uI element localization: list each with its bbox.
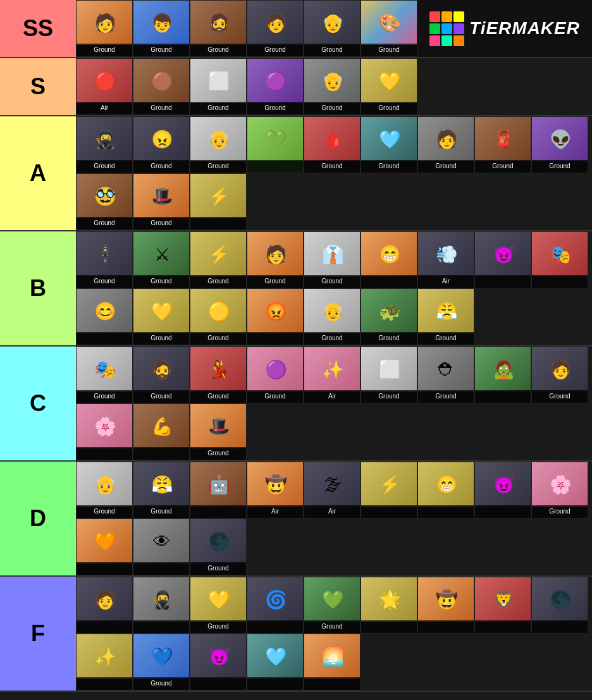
char-label bbox=[133, 447, 189, 460]
char-b-10[interactable]: 😊 bbox=[76, 288, 133, 345]
char-d-5[interactable]: 🌫 Air bbox=[304, 462, 361, 519]
char-a-8[interactable]: 🧣 Ground bbox=[474, 116, 531, 173]
char-d-7[interactable]: 😁 bbox=[417, 462, 474, 519]
char-b-8[interactable]: 😈 bbox=[474, 231, 531, 288]
char-avatar: 🧣 bbox=[475, 117, 531, 161]
char-a-10[interactable]: 🥸 Ground bbox=[76, 173, 133, 230]
char-b-5[interactable]: 👔 Ground bbox=[304, 231, 361, 288]
char-f-11[interactable]: 💙 Ground bbox=[133, 634, 190, 691]
char-avatar: 🎩 bbox=[190, 404, 247, 448]
char-label: Ground bbox=[77, 505, 132, 518]
char-b-6[interactable]: 😁 bbox=[361, 231, 417, 288]
char-s-2[interactable]: 🟤 Ground bbox=[133, 58, 190, 115]
char-d-12[interactable]: 🌑 Ground bbox=[190, 519, 247, 575]
char-a-1[interactable]: 🥷 Ground bbox=[76, 116, 133, 173]
char-avatar: 👴 bbox=[190, 117, 247, 161]
char-f-2[interactable]: 🥷 bbox=[133, 577, 190, 634]
char-a-3[interactable]: 👴 Ground bbox=[190, 116, 247, 173]
char-a-11[interactable]: 🎩 Ground bbox=[133, 173, 190, 230]
char-b-15[interactable]: 🐢 Ground bbox=[361, 288, 417, 345]
char-ss-4[interactable]: 🧑 Ground bbox=[247, 0, 304, 57]
char-f-8[interactable]: 🦁 bbox=[474, 577, 531, 634]
char-d-4[interactable]: 🤠 Air bbox=[247, 462, 304, 519]
char-c-1[interactable]: 🎭 Ground bbox=[76, 347, 133, 403]
char-s-1[interactable]: 🔴 Air bbox=[76, 58, 133, 115]
char-b-13[interactable]: 😡 bbox=[247, 288, 304, 345]
char-avatar: 🎭 bbox=[532, 232, 588, 276]
char-avatar: 💪 bbox=[133, 404, 190, 448]
char-d-9[interactable]: 🌸 Ground bbox=[531, 462, 588, 519]
char-f-10[interactable]: ✨ bbox=[76, 634, 133, 691]
tier-row-c: C 🎭 Ground 🧔 Ground 💃 Ground 🟣 Ground ✨ … bbox=[0, 347, 592, 462]
tier-content-f: 🧑 🥷 💛 Ground 🌀 💚 Ground 🌟 bbox=[76, 577, 592, 691]
char-avatar: 🧔 bbox=[190, 1, 247, 45]
char-f-1[interactable]: 🧑 bbox=[76, 577, 133, 634]
char-c-3[interactable]: 💃 Ground bbox=[190, 347, 247, 403]
char-label: Ground bbox=[304, 332, 360, 345]
char-c-5[interactable]: ✨ Air bbox=[304, 347, 361, 403]
char-b-14[interactable]: 👴 Ground bbox=[304, 288, 361, 345]
char-avatar: 😁 bbox=[361, 232, 417, 276]
char-c-6[interactable]: ⬜ Ground bbox=[361, 347, 417, 403]
char-label: Ground bbox=[133, 677, 189, 690]
char-ss-6[interactable]: 🎨 Ground bbox=[361, 0, 417, 57]
char-f-3[interactable]: 💛 Ground bbox=[190, 577, 247, 634]
char-d-1[interactable]: 👴 Ground bbox=[76, 462, 133, 519]
char-ss-2[interactable]: 👦 Ground bbox=[133, 0, 190, 57]
char-label: Ground bbox=[190, 102, 246, 114]
char-a-12[interactable]: ⚡ bbox=[190, 173, 247, 230]
char-f-13[interactable]: 🩵 bbox=[247, 634, 304, 691]
char-avatar: 🌫 bbox=[304, 462, 361, 507]
char-f-9[interactable]: 🌑 bbox=[531, 577, 588, 634]
char-s-4[interactable]: 🟣 Ground bbox=[247, 58, 304, 115]
tier-label-a: A bbox=[0, 116, 76, 230]
char-b-7[interactable]: 💨 Air bbox=[417, 231, 474, 288]
char-b-3[interactable]: ⚡ Ground bbox=[190, 231, 247, 288]
char-s-3[interactable]: ⬜ Ground bbox=[190, 58, 247, 115]
char-d-2[interactable]: 😤 Ground bbox=[133, 462, 190, 519]
char-ss-5[interactable]: 👴 Ground bbox=[304, 0, 361, 57]
char-b-2[interactable]: ⚔ Ground bbox=[133, 231, 190, 288]
char-b-4[interactable]: 🧑 Ground bbox=[247, 231, 304, 288]
char-f-12[interactable]: 😈 bbox=[190, 634, 247, 691]
char-d-10[interactable]: 🧡 bbox=[76, 519, 133, 575]
char-f-4[interactable]: 🌀 bbox=[247, 577, 304, 634]
char-b-12[interactable]: 🟡 Ground bbox=[190, 288, 247, 345]
char-b-9[interactable]: 🎭 bbox=[531, 231, 588, 288]
char-c-12[interactable]: 🎩 Ground bbox=[190, 403, 247, 460]
char-a-5[interactable]: 🩸 Ground bbox=[304, 116, 361, 173]
char-a-2[interactable]: 😠 Ground bbox=[133, 116, 190, 173]
char-c-11[interactable]: 💪 bbox=[133, 403, 190, 460]
char-c-9[interactable]: 🧑 Ground bbox=[531, 347, 588, 403]
char-a-6[interactable]: 🩵 Ground bbox=[361, 116, 417, 173]
char-ss-1[interactable]: 🧑 Ground bbox=[76, 0, 133, 57]
char-a-4[interactable]: 💚 bbox=[247, 116, 304, 173]
char-label bbox=[532, 275, 588, 288]
char-b-11[interactable]: 💛 Ground bbox=[133, 288, 190, 345]
char-b-16[interactable]: 😤 Ground bbox=[417, 288, 474, 345]
char-c-10[interactable]: 🌸 bbox=[76, 403, 133, 460]
char-label: Ground bbox=[247, 102, 303, 114]
char-c-7[interactable]: ⛑ Ground bbox=[417, 347, 474, 403]
char-a-7[interactable]: 🧑 Ground bbox=[417, 116, 474, 173]
char-f-14[interactable]: 🌅 bbox=[304, 634, 361, 691]
char-label: Air bbox=[247, 505, 303, 518]
char-f-7[interactable]: 🤠 bbox=[417, 577, 474, 634]
char-f-6[interactable]: 🌟 bbox=[361, 577, 417, 634]
char-s-5[interactable]: 👴 Ground bbox=[304, 58, 361, 115]
char-s-6[interactable]: 💛 Ground bbox=[361, 58, 417, 115]
char-d-11[interactable]: 👁 bbox=[133, 519, 190, 575]
char-d-8[interactable]: 😈 bbox=[474, 462, 531, 519]
char-c-8[interactable]: 🧟 bbox=[474, 347, 531, 403]
char-d-3[interactable]: 🤖 bbox=[190, 462, 247, 519]
char-avatar: 🧑 bbox=[532, 347, 588, 391]
char-b-1[interactable]: 🕴 Ground bbox=[76, 231, 133, 288]
char-f-5[interactable]: 💚 Ground bbox=[304, 577, 361, 634]
char-c-2[interactable]: 🧔 Ground bbox=[133, 347, 190, 403]
char-a-9[interactable]: 👽 Ground bbox=[531, 116, 588, 173]
char-ss-3[interactable]: 🧔 Ground bbox=[190, 0, 247, 57]
char-c-4[interactable]: 🟣 Ground bbox=[247, 347, 304, 403]
char-label bbox=[475, 275, 531, 288]
char-label bbox=[133, 620, 189, 633]
char-d-6[interactable]: ⚡ bbox=[361, 462, 417, 519]
